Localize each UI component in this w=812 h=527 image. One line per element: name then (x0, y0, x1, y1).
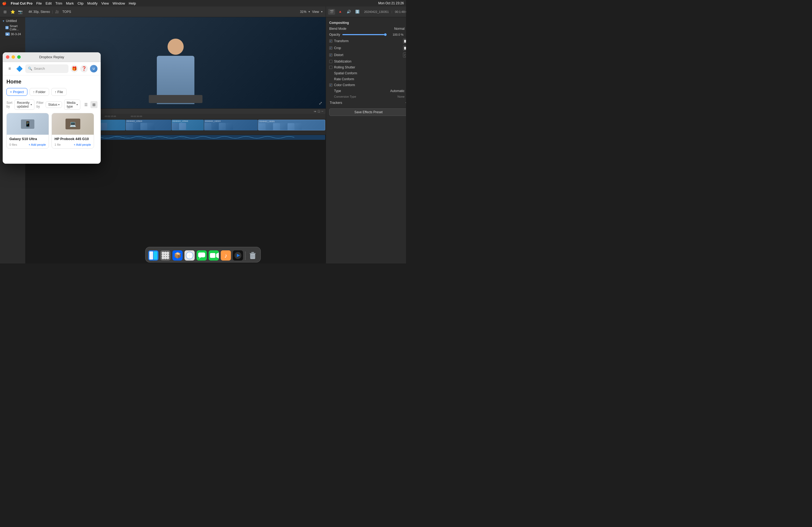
add-people-0[interactable]: + Add people (28, 143, 46, 146)
dock-facetime[interactable] (208, 250, 219, 261)
mark-menu[interactable]: Mark (66, 1, 74, 5)
save-effects-preset-button[interactable]: Save Effects Preset (329, 108, 406, 116)
window-titlebar: Dropbox Replay (3, 52, 101, 62)
add-people-1[interactable]: + Add people (74, 143, 91, 146)
new-project-button[interactable]: + Project (6, 88, 27, 96)
view-menu[interactable]: View (101, 1, 109, 5)
dock-fcp[interactable] (232, 250, 244, 261)
transform-checkbox[interactable]: ✓ (329, 40, 332, 43)
view-button[interactable]: View (312, 10, 319, 14)
stabilization-label: Stabilization (334, 60, 351, 63)
camera-icon[interactable]: 📷 (17, 9, 23, 15)
grid-view-icon[interactable]: ⊞ (90, 101, 98, 108)
library-icon[interactable]: ⊞ (2, 9, 8, 15)
opacity-slider[interactable] (342, 34, 387, 35)
dock-launchpad[interactable] (160, 250, 171, 261)
card-footer-0: 0 files + Add people (10, 143, 46, 146)
dock-safari[interactable] (184, 250, 195, 261)
opacity-handle[interactable] (384, 33, 387, 36)
conversion-type-value[interactable]: None (397, 95, 404, 98)
gift-icon[interactable]: 🎁 (71, 65, 78, 73)
color-conform-row: ✓ Color Conform (329, 82, 406, 88)
library-untitled[interactable]: ▼ Untitled (0, 18, 25, 24)
user-avatar[interactable]: U (90, 65, 98, 73)
timeline-clip-5[interactable]: 20240422_130351 (258, 120, 325, 131)
smart-collections[interactable]: ⊞ Smart Colle... (0, 24, 25, 32)
sort-label: Sort by (6, 101, 12, 108)
blend-mode-row: Blend Mode Normal ⌃ (329, 26, 406, 32)
timeline-clip-3[interactable]: 20240422_125949 (172, 120, 204, 131)
audio-inspector-tab[interactable]: 🔺 (337, 9, 344, 15)
crop-expand[interactable]: ⬜ (403, 46, 406, 50)
new-file-button[interactable]: ↑ File (51, 88, 67, 96)
status-chevron: ▾ (58, 103, 60, 106)
distort-checkbox[interactable]: ✓ (329, 54, 332, 57)
project-card-0[interactable]: 📱 Galaxy S10 Ultra 0 files + Add people (6, 113, 49, 149)
window-body: ≡ 🔷 🔍 Search 🎁 ❓ U Home + Project ↑ Fold… (3, 62, 101, 164)
view-icon[interactable]: ▾ (321, 10, 322, 13)
card-title-1: HP Probook 445 G10 (55, 137, 91, 141)
distort-expand[interactable]: ⬡ (403, 52, 406, 57)
hamburger-icon[interactable]: ≡ (6, 65, 13, 73)
apple-menu[interactable]: 🍎 (2, 1, 6, 5)
blend-mode-value[interactable]: Normal (394, 27, 405, 31)
sort-dropdown[interactable]: Recently updated ▾ (14, 100, 34, 110)
clip-menu[interactable]: Clip (77, 1, 84, 5)
question-icon[interactable]: ❓ (80, 65, 88, 73)
inspector-timecode: 20240422_130351 (364, 10, 389, 13)
zoom-icon[interactable]: ▾ (308, 10, 310, 13)
minimize-button[interactable] (12, 55, 15, 59)
back-icon[interactable]: 🔷 (16, 65, 23, 73)
list-view-icon[interactable]: ☰ (83, 101, 89, 108)
dock-messages[interactable] (196, 250, 207, 261)
dock-finder[interactable] (148, 250, 159, 261)
blend-mode-value-container: Normal ⌃ (394, 27, 406, 31)
dock-trash[interactable] (247, 250, 258, 261)
timeline-clip-4[interactable]: 20240422_130315 (204, 120, 258, 131)
video-inspector-tab[interactable]: 🎬 (328, 9, 335, 15)
app-menu[interactable]: Final Cut Pro (11, 1, 32, 5)
expand-icon[interactable]: ⤢ (317, 100, 323, 106)
crop-row: ✓ Crop ⬜ (329, 45, 406, 51)
search-bar[interactable]: 🔍 Search (25, 64, 69, 73)
media-type-dropdown[interactable]: Media type ▾ (64, 100, 80, 110)
opacity-reset[interactable]: ↺ (406, 33, 406, 36)
color-conform-checkbox[interactable]: ✓ (329, 84, 332, 87)
edit-menu[interactable]: Edit (46, 1, 52, 5)
crop-checkbox[interactable]: ✓ (329, 46, 332, 50)
cut-icon[interactable]: ✂ (321, 110, 323, 113)
close-button[interactable] (6, 55, 10, 59)
view-toggle: ☰ ⊞ (83, 101, 98, 108)
zoom-level: 31% (300, 10, 306, 14)
info-icon[interactable]: ℹ️ (354, 9, 361, 15)
photos-icon[interactable]: ⭐ (10, 9, 16, 15)
window-title: Dropbox Replay (39, 55, 64, 59)
project-card-1[interactable]: 💻 HP Probook 445 G10 1 file + Add people (52, 113, 94, 149)
rolling-shutter-row: Rolling Shutter (329, 64, 406, 70)
file-menu[interactable]: File (36, 1, 42, 5)
maximize-button[interactable] (17, 55, 21, 59)
audio-icon[interactable]: 🎧 (317, 110, 320, 113)
status-dropdown[interactable]: Status ▾ (46, 102, 62, 108)
compositing-title: Compositing (329, 19, 406, 26)
play-icon[interactable]: ⏮ (314, 110, 316, 113)
dock-music[interactable]: ♪ (220, 250, 231, 261)
folder-item[interactable]: ▶ 30-3-24 (0, 32, 25, 36)
clip-2-label: 20240422_125819 (126, 120, 171, 123)
new-folder-button[interactable]: ↑ Folder (30, 88, 49, 96)
trim-menu[interactable]: Trim (55, 1, 62, 5)
dropbox-window: Dropbox Replay ≡ 🔷 🔍 Search 🎁 ❓ U Home +… (3, 52, 101, 164)
dock-dropbox[interactable]: 📦 (172, 250, 183, 261)
modify-menu[interactable]: Modify (87, 1, 98, 5)
info-inspector-tab[interactable]: 🔊 (345, 9, 352, 15)
type-value[interactable]: Automatic (390, 89, 404, 93)
timeline-clip-2[interactable]: 20240422_125819 (126, 120, 171, 131)
transform-expand[interactable]: ⬜ (403, 39, 406, 44)
card-title-0: Galaxy S10 Ultra (10, 137, 46, 141)
help-menu[interactable]: Help (129, 1, 136, 5)
clip-4-label: 20240422_130315 (204, 120, 258, 123)
window-menu[interactable]: Window (113, 1, 125, 5)
rolling-shutter-checkbox[interactable] (329, 66, 332, 69)
trackers-add[interactable]: + (405, 100, 406, 105)
stabilization-checkbox[interactable] (329, 60, 332, 63)
